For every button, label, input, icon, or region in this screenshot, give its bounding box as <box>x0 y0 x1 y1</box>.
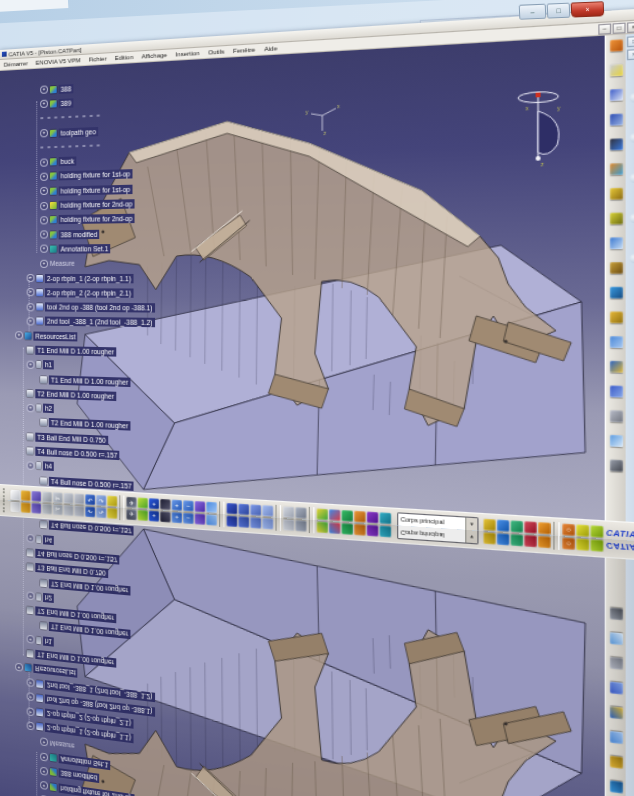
expander-icon[interactable]: + <box>40 259 48 267</box>
reflection-annotation-icon <box>50 754 57 762</box>
expander-icon[interactable]: + <box>40 158 48 166</box>
fly-mode-icon[interactable]: ✈ <box>126 497 136 508</box>
drilling-icon[interactable] <box>354 511 366 523</box>
part-view-icon[interactable] <box>609 89 622 101</box>
world-icon[interactable] <box>609 163 622 175</box>
panel-icon[interactable] <box>609 435 622 447</box>
restore-button[interactable]: □ <box>547 3 571 19</box>
curve-follow-icon[interactable] <box>524 521 537 533</box>
pencil-icon[interactable] <box>609 213 622 225</box>
expander-icon[interactable]: + <box>27 461 35 469</box>
open-icon[interactable] <box>21 490 31 501</box>
custom-view-icon[interactable] <box>262 505 273 516</box>
menu-item[interactable]: Affichage <box>137 49 171 61</box>
expander-icon[interactable]: + <box>40 202 48 210</box>
undo-icon[interactable]: ↶ <box>85 494 95 505</box>
menu-item[interactable]: Edition <box>111 52 138 64</box>
pocketing-icon[interactable] <box>483 519 495 531</box>
expander-icon[interactable]: + <box>40 245 48 253</box>
expander-icon[interactable]: + <box>40 100 48 108</box>
paste-icon[interactable] <box>74 494 84 505</box>
redo-icon[interactable]: ↷ <box>96 495 106 506</box>
manikin-icon[interactable] <box>609 138 622 150</box>
minimize-button[interactable]: – <box>519 4 547 20</box>
tree-item[interactable]: +Measure <box>0 255 211 270</box>
reflection-expander-icon: + <box>40 752 48 761</box>
wedge-icon[interactable] <box>609 311 622 323</box>
cut-icon[interactable]: ✂ <box>53 492 63 503</box>
chevron-down-icon[interactable]: ▾ <box>465 517 477 530</box>
menu-item[interactable]: Outils <box>204 46 229 58</box>
menu-item[interactable]: Fichier <box>85 53 111 65</box>
expander-icon[interactable]: + <box>15 331 23 339</box>
menu-item[interactable]: Aide <box>260 43 282 55</box>
stack-icon[interactable] <box>609 336 622 348</box>
document-icon[interactable] <box>609 237 622 249</box>
tree-item[interactable]: +Annotation Set.1 <box>0 240 211 256</box>
expander-icon[interactable]: + <box>40 231 48 239</box>
profile-contour-icon[interactable] <box>511 520 523 532</box>
shading-icon[interactable] <box>227 503 238 514</box>
box-arrow-icon[interactable] <box>609 188 622 200</box>
3d-viewport[interactable]: x y z x y z <box>0 36 605 521</box>
tree-item[interactable]: +2-op rbpln_2 (2-op rbpln_2.1) <box>0 285 211 301</box>
fit-all-in-icon[interactable] <box>138 497 148 508</box>
expander-icon[interactable]: + <box>40 173 48 181</box>
expander-icon[interactable]: + <box>27 404 35 412</box>
pair-icon[interactable] <box>609 361 622 373</box>
wireframe-icon[interactable] <box>250 504 261 515</box>
expander-icon[interactable]: + <box>40 187 48 195</box>
spot-yellow-icon[interactable] <box>576 524 589 536</box>
pan-icon[interactable]: + <box>149 498 159 509</box>
rotate-icon[interactable] <box>160 499 170 510</box>
new-document-icon[interactable] <box>10 490 20 501</box>
machining-sim-icon[interactable] <box>329 509 340 521</box>
axis-system-icon[interactable] <box>367 512 379 524</box>
expander-icon[interactable]: + <box>40 216 48 224</box>
expander-icon[interactable]: + <box>40 129 48 137</box>
facing-icon[interactable] <box>497 520 509 532</box>
grid-cube-icon[interactable] <box>609 385 622 397</box>
child-restore-button[interactable]: □ <box>613 22 626 33</box>
tree-item-label: h4 <box>43 462 54 472</box>
toolpath-replay-icon[interactable] <box>317 508 328 520</box>
menu-item[interactable]: Démarrer <box>0 58 32 70</box>
swap-space-icon[interactable] <box>295 507 306 519</box>
sketcher-icon[interactable] <box>609 64 622 76</box>
expander-icon[interactable]: + <box>27 360 35 368</box>
hide-show-icon[interactable] <box>283 506 294 518</box>
child-close-button[interactable]: × <box>627 21 634 32</box>
tree-item[interactable]: +2-op rbpln_1 (2-op rbpln_1.1) <box>0 271 211 286</box>
close-button[interactable]: × <box>571 1 605 17</box>
cylinder-icon[interactable] <box>609 287 622 299</box>
menu-item[interactable]: Insertion <box>171 47 204 60</box>
reflection-toolbar-grip <box>3 500 8 512</box>
probe-icon[interactable] <box>380 512 392 524</box>
spot-green-icon[interactable] <box>590 525 603 538</box>
quick-view-icon[interactable] <box>206 502 217 513</box>
reflection-tree-item-label: Measure <box>50 738 75 750</box>
normal-view-icon[interactable] <box>195 501 206 512</box>
select-arrow-icon[interactable] <box>609 39 622 51</box>
target-icon[interactable] <box>609 410 622 422</box>
view-compass[interactable]: x y z <box>507 84 573 172</box>
geometry-check-icon[interactable] <box>342 510 353 522</box>
gear-icon[interactable] <box>609 262 622 274</box>
menu-item[interactable]: Fenêtre <box>229 44 260 57</box>
toolbar-grip[interactable] <box>3 488 8 500</box>
assembly-view-icon[interactable] <box>609 114 622 126</box>
shading-edges-icon[interactable] <box>238 504 249 515</box>
roughing-icon[interactable] <box>538 522 551 534</box>
laptop-icon[interactable] <box>609 459 622 471</box>
expander-icon[interactable]: + <box>40 86 48 95</box>
zoom-out-icon[interactable]: − <box>183 500 194 511</box>
zoom-in-icon[interactable]: + <box>172 500 182 511</box>
save-icon[interactable] <box>31 491 41 502</box>
macros-icon[interactable] <box>107 496 117 507</box>
reflection-wedge-icon <box>609 756 622 769</box>
child-minimize-button[interactable]: – <box>598 23 611 34</box>
reflection-laptop-icon <box>609 607 622 620</box>
copy-icon[interactable] <box>64 493 74 504</box>
print-icon[interactable] <box>42 492 52 503</box>
circular-milling-icon[interactable]: ○ <box>562 524 575 536</box>
